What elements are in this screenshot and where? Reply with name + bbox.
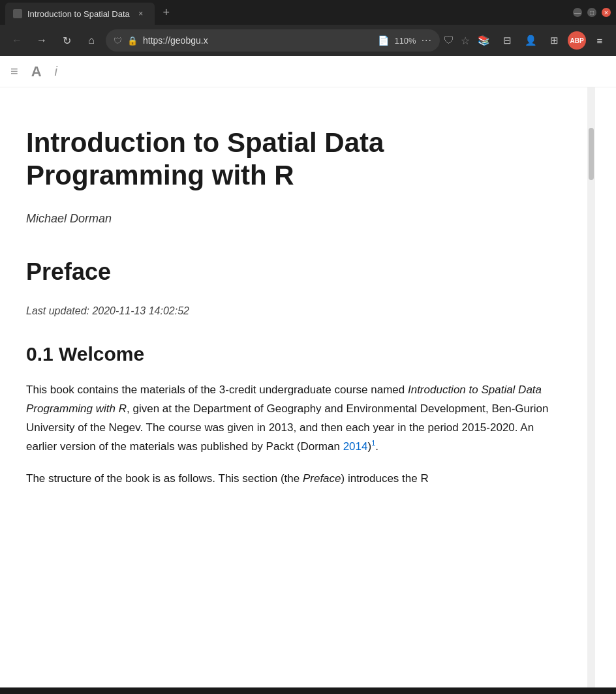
- para2-text: The structure of the book is as follows.…: [26, 472, 429, 485]
- grid-button[interactable]: ⊞: [544, 31, 564, 50]
- abp-button[interactable]: ABP: [568, 31, 586, 50]
- navigation-bar: ← → ↻ ⌂ 🛡 🔒 https://geobgu.x 📄 110% ··· …: [0, 25, 616, 56]
- url-text: https://geobgu.x: [143, 35, 373, 46]
- body-paragraph-2: The structure of the book is as follows.…: [26, 470, 561, 489]
- footnote-1: 1: [371, 439, 375, 447]
- preface-heading: Preface: [26, 258, 561, 286]
- hamburger-icon: ≡: [597, 35, 603, 46]
- reload-button[interactable]: ↻: [56, 30, 77, 51]
- forward-button[interactable]: →: [31, 30, 52, 51]
- bookmark-area: 🛡 ☆: [444, 35, 470, 47]
- dorman-2014-link[interactable]: 2014: [343, 440, 368, 453]
- shield-bookmark-icon[interactable]: 🛡: [444, 35, 454, 46]
- zoom-level[interactable]: 110%: [394, 36, 416, 46]
- grid-icon: ⊞: [550, 35, 559, 46]
- home-icon: ⌂: [88, 35, 95, 46]
- tab-title: Introduction to Spatial Data: [27, 9, 130, 19]
- reader-icon: 📄: [378, 35, 389, 46]
- library-icon: 📚: [478, 35, 490, 46]
- scrollbar-thumb[interactable]: [589, 128, 594, 180]
- author-name: Michael Dorman: [26, 212, 561, 226]
- reader-hamburger-icon[interactable]: ≡: [10, 64, 18, 79]
- reader-toolbar: ≡ A i: [0, 56, 616, 87]
- para1-text: This book contains the materials of the …: [26, 384, 548, 453]
- scrollbar[interactable]: [587, 87, 595, 687]
- welcome-heading: 0.1 Welcome: [26, 343, 561, 365]
- last-updated: Last updated: 2020-11-13 14:02:52: [26, 305, 561, 317]
- back-button[interactable]: ←: [7, 30, 27, 51]
- minimize-button[interactable]: —: [573, 8, 582, 17]
- reader-info-icon[interactable]: i: [55, 64, 57, 79]
- shield-icon: 🛡: [114, 36, 122, 46]
- profile-button[interactable]: 👤: [521, 31, 540, 50]
- tab-bar: Introduction to Spatial Data × + — □ ×: [0, 0, 616, 25]
- star-bookmark-icon[interactable]: ☆: [461, 35, 470, 47]
- more-button[interactable]: ···: [422, 35, 432, 46]
- page-content: Introduction to Spatial Data Programming…: [0, 87, 587, 687]
- home-button[interactable]: ⌂: [81, 30, 102, 51]
- library-button[interactable]: 📚: [474, 31, 493, 50]
- address-bar[interactable]: 🛡 🔒 https://geobgu.x 📄 110% ···: [106, 29, 440, 52]
- nav-right-icons: 📚 ⊟ 👤 ⊞ ABP ≡: [474, 31, 609, 50]
- close-button[interactable]: ×: [602, 8, 611, 17]
- page-container: Introduction to Spatial Data Programming…: [0, 87, 616, 687]
- forward-icon: →: [37, 35, 47, 46]
- sidebar-button[interactable]: ⊟: [497, 31, 517, 50]
- back-icon: ←: [12, 35, 22, 46]
- tab-close-button[interactable]: ×: [135, 8, 147, 20]
- window-controls: — □ ×: [573, 8, 611, 17]
- profile-icon: 👤: [525, 35, 537, 46]
- reload-icon: ↻: [63, 35, 71, 47]
- lock-icon: 🔒: [127, 36, 138, 46]
- active-tab[interactable]: Introduction to Spatial Data ×: [5, 3, 155, 25]
- sidebar-icon: ⊟: [503, 35, 512, 46]
- new-tab-button[interactable]: +: [157, 3, 176, 22]
- reader-font-icon[interactable]: A: [31, 63, 42, 80]
- tab-favicon: [13, 9, 22, 18]
- menu-button[interactable]: ≡: [590, 31, 609, 50]
- body-paragraph-1: This book contains the materials of the …: [26, 381, 561, 457]
- book-title: Introduction to Spatial Data Programming…: [26, 127, 561, 192]
- maximize-button[interactable]: □: [587, 8, 596, 17]
